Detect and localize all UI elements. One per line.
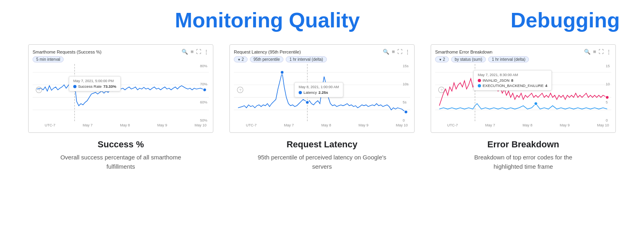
chart-title-success: Smarthome Requests (Success %) <box>33 50 101 54</box>
errors-chart-svg: ? <box>435 64 611 122</box>
cards-row: Smarthome Requests (Success %) 🔍 ≡ ⛶ ⋮ 5… <box>0 44 644 171</box>
latency-card: Request Latency (95th Percentile) 🔍 ≡ ⛶ … <box>229 44 415 171</box>
latency-chart-box: Request Latency (95th Percentile) 🔍 ≡ ⛶ … <box>229 44 415 133</box>
svg-point-24 <box>473 81 477 84</box>
legend-icon-latency[interactable]: ≡ <box>392 49 395 55</box>
more-icon-latency[interactable]: ⋮ <box>405 49 410 55</box>
chart-title-latency: Request Latency (95th Percentile) <box>234 50 301 54</box>
debugging-section-title: Debugging <box>510 8 620 32</box>
expand-icon-errors[interactable]: ⛶ <box>599 49 604 55</box>
chart-header-errors: Smarthome Error Breakdown 🔍 ≡ ⛶ ⋮ <box>435 49 611 55</box>
svg-point-5 <box>73 83 76 86</box>
chart-title-errors: Smarthome Error Breakdown <box>435 50 492 54</box>
success-label: Success % <box>98 139 144 150</box>
filter-chip-latency-count[interactable]: 2 <box>234 56 248 62</box>
chart-header-success: Smarthome Requests (Success %) 🔍 ≡ ⛶ ⋮ <box>33 49 209 55</box>
filter-chip-interval-errors[interactable]: 1 hr interval (delta) <box>488 56 529 62</box>
expand-icon[interactable]: ⛶ <box>196 49 201 55</box>
svg-point-25 <box>534 102 537 105</box>
expand-icon-latency[interactable]: ⛶ <box>397 49 402 55</box>
x-axis-latency: UTC-7 May 7 May 8 May 9 May 10 <box>234 122 410 127</box>
svg-text:?: ? <box>441 88 443 92</box>
y-axis-latency: 15s 10s 5s 0 <box>402 64 409 122</box>
filter-chip-errors-count[interactable]: 2 <box>435 56 449 62</box>
chart-filters-latency: 2 95th percentile 1 hr interval (delta) <box>234 56 410 62</box>
latency-chart-svg: ? <box>234 64 410 122</box>
filter-chip-status[interactable]: by status (sum) <box>451 56 486 62</box>
svg-text:?: ? <box>38 88 40 92</box>
monitoring-section-title: Monitoring Quality <box>24 8 510 32</box>
page-header: Monitoring Quality Debugging <box>0 8 644 32</box>
latency-desc: 95th percentile of perceived latency on … <box>258 153 386 171</box>
success-chart-box: Smarthome Requests (Success %) 🔍 ≡ ⛶ ⋮ 5… <box>28 44 213 133</box>
latency-chart-area: ? 15s 10s 5s 0 May 8, 2021, 1:00:00 AM L… <box>234 64 410 122</box>
latency-label: Request Latency <box>287 139 357 150</box>
y-axis-success: 80% 70% 60% 50% <box>200 64 207 122</box>
svg-text:?: ? <box>239 88 242 92</box>
errors-desc: Breakdown of top error codes for the hig… <box>459 153 588 171</box>
chart-icons-success: 🔍 ≡ ⛶ ⋮ <box>182 49 209 55</box>
filter-chip-interval[interactable]: 5 min interval <box>33 56 64 62</box>
errors-chart-box: Smarthome Error Breakdown 🔍 ≡ ⛶ ⋮ 2 by s… <box>431 44 616 133</box>
svg-point-14 <box>281 71 284 74</box>
chart-icons-errors: 🔍 ≡ ⛶ ⋮ <box>584 49 611 55</box>
filter-chip-percentile[interactable]: 95th percentile <box>250 56 284 62</box>
errors-chart-area: ? 15 10 5 0 May 7, 2021, 8:30:00 AM INVA… <box>435 64 611 122</box>
more-icon[interactable]: ⋮ <box>204 49 209 55</box>
errors-card: Smarthome Error Breakdown 🔍 ≡ ⛶ ⋮ 2 by s… <box>431 44 616 171</box>
more-icon-errors[interactable]: ⋮ <box>606 49 611 55</box>
legend-icon-errors[interactable]: ≡ <box>593 49 596 55</box>
chart-filters-errors: 2 by status (sum) 1 hr interval (delta) <box>435 56 611 62</box>
x-axis-errors: UTC-7 May 7 May 8 May 9 May 10 <box>435 122 611 127</box>
chart-icons-latency: 🔍 ≡ ⛶ ⋮ <box>383 49 410 55</box>
filter-chip-interval-latency[interactable]: 1 hr interval (delta) <box>286 56 326 62</box>
search-icon-latency[interactable]: 🔍 <box>383 49 389 55</box>
success-card: Smarthome Requests (Success %) 🔍 ≡ ⛶ ⋮ 5… <box>28 44 213 171</box>
monitoring-title: Monitoring Quality <box>175 8 360 32</box>
errors-label: Error Breakdown <box>487 139 559 150</box>
search-icon-errors[interactable]: 🔍 <box>584 49 590 55</box>
chart-filters-success: 5 min interval <box>33 56 209 62</box>
svg-point-15 <box>305 101 309 104</box>
chart-header-latency: Request Latency (95th Percentile) 🔍 ≡ ⛶ … <box>234 49 410 55</box>
success-chart-svg: ? <box>33 64 209 122</box>
search-icon[interactable]: 🔍 <box>182 49 188 55</box>
debugging-title: Debugging <box>510 8 620 32</box>
legend-icon[interactable]: ≡ <box>190 49 194 55</box>
y-axis-errors: 15 10 5 0 <box>606 64 610 122</box>
success-chart-area: ? 80% 70% 60% 50% May 7, 2021, 5:00:00 P… <box>33 64 209 122</box>
success-desc: Overall success percentage of all smarth… <box>56 153 185 171</box>
x-axis-success: UTC-7 May 7 May 8 May 9 May 10 <box>33 122 209 127</box>
